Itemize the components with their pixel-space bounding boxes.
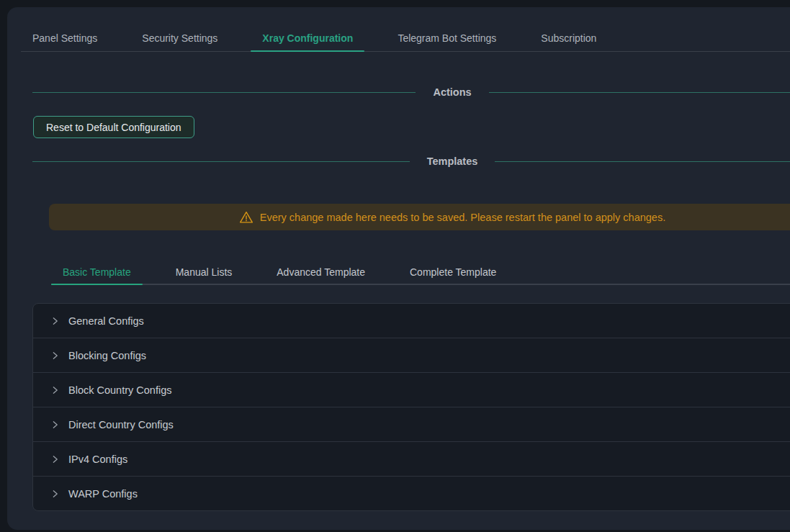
- tab-xray-configuration[interactable]: Xray Configuration: [251, 24, 364, 51]
- chevron-right-icon: [50, 455, 59, 464]
- collapse-header-ipv4-configs[interactable]: IPv4 Configs: [33, 441, 790, 476]
- chevron-right-icon: [50, 490, 59, 498]
- chevron-right-icon: [50, 317, 59, 325]
- config-collapse-list: General Configs Blocking Configs Block C…: [32, 303, 790, 511]
- settings-card: Panel Settings Security Settings Xray Co…: [7, 7, 790, 530]
- warning-triangle-icon: [239, 210, 253, 225]
- collapse-header-label: Block Country Configs: [68, 384, 171, 396]
- tab-complete-template[interactable]: Complete Template: [398, 261, 508, 284]
- collapse-header-block-country-configs[interactable]: Block Country Configs: [33, 372, 790, 407]
- collapse-header-label: IPv4 Configs: [68, 454, 127, 465]
- collapse-header-blocking-configs[interactable]: Blocking Configs: [33, 338, 790, 372]
- chevron-right-icon: [50, 420, 59, 429]
- reset-to-default-button[interactable]: Reset to Default Configuration: [33, 116, 194, 138]
- collapse-header-general-configs[interactable]: General Configs: [33, 304, 790, 338]
- tab-panel-settings[interactable]: Panel Settings: [21, 24, 109, 51]
- collapse-header-label: WARP Configs: [68, 488, 138, 500]
- templates-divider: Templates: [32, 153, 790, 169]
- collapse-header-direct-country-configs[interactable]: Direct Country Configs: [33, 407, 790, 441]
- tab-basic-template[interactable]: Basic Template: [51, 261, 143, 284]
- chevron-right-icon: [50, 386, 59, 395]
- tab-manual-lists[interactable]: Manual Lists: [164, 261, 244, 284]
- tab-advanced-template[interactable]: Advanced Template: [265, 261, 377, 284]
- collapse-header-label: Blocking Configs: [68, 350, 146, 361]
- warning-alert-text: Every change made here needs to be saved…: [260, 212, 665, 223]
- restart-warning-alert: Every change made here needs to be saved…: [49, 204, 790, 230]
- templates-divider-label: Templates: [410, 155, 495, 167]
- actions-divider: Actions: [32, 84, 790, 100]
- tab-subscription[interactable]: Subscription: [529, 24, 608, 51]
- tab-telegram-bot-settings[interactable]: Telegram Bot Settings: [386, 24, 508, 51]
- tab-security-settings[interactable]: Security Settings: [130, 24, 229, 51]
- collapse-header-label: General Configs: [68, 315, 144, 327]
- actions-divider-label: Actions: [416, 86, 488, 98]
- collapse-header-label: Direct Country Configs: [68, 419, 174, 430]
- collapse-header-warp-configs[interactable]: WARP Configs: [33, 476, 790, 510]
- template-tabbar: Basic Template Manual Lists Advanced Tem…: [51, 261, 790, 285]
- settings-tabbar: Panel Settings Security Settings Xray Co…: [21, 24, 790, 52]
- chevron-right-icon: [50, 351, 59, 360]
